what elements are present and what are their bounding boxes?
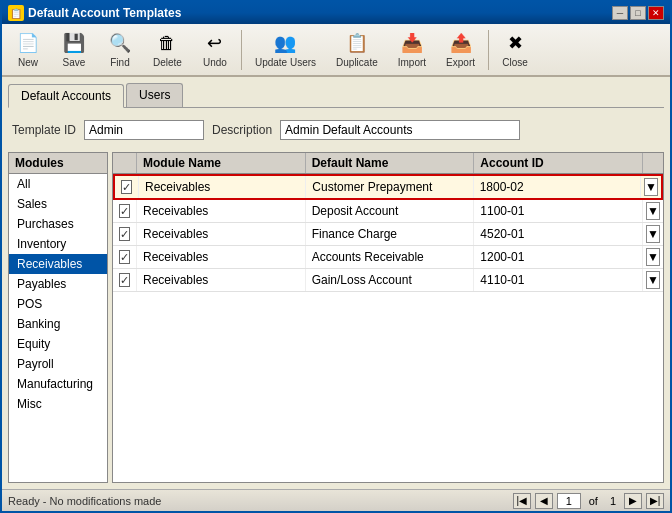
account-dropdown[interactable]: ▼ <box>644 178 658 196</box>
col-default-name: Default Name <box>306 153 475 173</box>
main-area: Modules All Sales Purchases Inventory Re… <box>8 152 664 483</box>
row-dropdown-btn[interactable]: ▼ <box>643 200 663 222</box>
current-page-input[interactable] <box>557 493 581 509</box>
last-page-button[interactable]: ▶| <box>646 493 664 509</box>
dropdown-arrow-icon: ▼ <box>647 273 659 287</box>
description-input[interactable] <box>280 120 520 140</box>
table-body: ✓ Receivables Customer Prepayment 1800-0… <box>113 174 663 482</box>
row-module-name: Receivables <box>137 269 306 291</box>
module-item-all[interactable]: All <box>9 174 107 194</box>
checkbox[interactable]: ✓ <box>121 180 132 194</box>
row-account-id: 4110-01 <box>474 269 643 291</box>
dropdown-arrow-icon: ▼ <box>647 250 659 264</box>
import-label: Import <box>398 57 426 68</box>
row-checkbox[interactable]: ✓ <box>113 200 137 222</box>
title-bar-left: 📋 Default Account Templates <box>8 5 181 21</box>
duplicate-button[interactable]: 📋 Duplicate <box>327 27 387 72</box>
prev-page-button[interactable]: ◀ <box>535 493 553 509</box>
col-module-name: Module Name <box>137 153 306 173</box>
module-item-sales[interactable]: Sales <box>9 194 107 214</box>
duplicate-icon: 📋 <box>345 31 369 55</box>
module-item-banking[interactable]: Banking <box>9 314 107 334</box>
col-dropdown <box>643 153 663 173</box>
row-module-name: Receivables <box>137 246 306 268</box>
first-page-button[interactable]: |◀ <box>513 493 531 509</box>
module-item-misc[interactable]: Misc <box>9 394 107 414</box>
undo-label: Undo <box>203 57 227 68</box>
row-dropdown-btn[interactable]: ▼ <box>643 223 663 245</box>
update-users-button[interactable]: 👥 Update Users <box>246 27 325 72</box>
close-icon: ✖ <box>503 31 527 55</box>
row-account-id: 4520-01 <box>474 223 643 245</box>
tab-users[interactable]: Users <box>126 83 183 107</box>
account-dropdown[interactable]: ▼ <box>646 271 660 289</box>
tab-default-accounts[interactable]: Default Accounts <box>8 84 124 108</box>
dropdown-arrow-icon: ▼ <box>647 204 659 218</box>
row-module-name: Receivables <box>137 223 306 245</box>
module-item-manufacturing[interactable]: Manufacturing <box>9 374 107 394</box>
module-item-receivables[interactable]: Receivables <box>9 254 107 274</box>
row-module-name: Receivables <box>139 176 306 198</box>
table-row[interactable]: ✓ Receivables Accounts Receivable 1200-0… <box>113 246 663 269</box>
row-checkbox[interactable]: ✓ <box>115 176 139 198</box>
status-bar: Ready - No modifications made |◀ ◀ of 1 … <box>2 489 670 511</box>
undo-button[interactable]: ↩ Undo <box>193 27 237 72</box>
pagination: |◀ ◀ of 1 ▶ ▶| <box>513 493 664 509</box>
update-users-icon: 👥 <box>273 31 297 55</box>
save-button[interactable]: 💾 Save <box>52 27 96 72</box>
module-item-payables[interactable]: Payables <box>9 274 107 294</box>
row-dropdown-btn[interactable]: ▼ <box>643 246 663 268</box>
table-row[interactable]: ✓ Receivables Gain/Loss Account 4110-01 … <box>113 269 663 292</box>
close-label: Close <box>502 57 528 68</box>
row-dropdown-btn[interactable]: ▼ <box>643 269 663 291</box>
status-text: Ready - No modifications made <box>8 495 161 507</box>
delete-button[interactable]: 🗑 Delete <box>144 27 191 72</box>
row-checkbox[interactable]: ✓ <box>113 269 137 291</box>
table-row[interactable]: ✓ Receivables Customer Prepayment 1800-0… <box>113 174 663 200</box>
restore-button[interactable]: □ <box>630 6 646 20</box>
find-label: Find <box>110 57 129 68</box>
checkbox[interactable]: ✓ <box>119 227 130 241</box>
form-row: Template ID Description <box>8 114 664 146</box>
module-item-payroll[interactable]: Payroll <box>9 354 107 374</box>
export-label: Export <box>446 57 475 68</box>
find-icon: 🔍 <box>108 31 132 55</box>
window-icon: 📋 <box>8 5 24 21</box>
content-area: Default Accounts Users Template ID Descr… <box>2 77 670 489</box>
find-button[interactable]: 🔍 Find <box>98 27 142 72</box>
table-row[interactable]: ✓ Receivables Deposit Account 1100-01 ▼ <box>113 200 663 223</box>
close-window-button[interactable]: ✕ <box>648 6 664 20</box>
module-item-purchases[interactable]: Purchases <box>9 214 107 234</box>
save-label: Save <box>63 57 86 68</box>
module-item-pos[interactable]: POS <box>9 294 107 314</box>
duplicate-label: Duplicate <box>336 57 378 68</box>
modules-header: Modules <box>9 153 107 174</box>
checkbox[interactable]: ✓ <box>119 204 130 218</box>
minimize-button[interactable]: ─ <box>612 6 628 20</box>
check-mark: ✓ <box>122 181 131 194</box>
checkbox[interactable]: ✓ <box>119 273 130 287</box>
row-checkbox[interactable]: ✓ <box>113 246 137 268</box>
account-dropdown[interactable]: ▼ <box>646 202 660 220</box>
tab-bar: Default Accounts Users <box>8 83 664 108</box>
module-item-equity[interactable]: Equity <box>9 334 107 354</box>
undo-icon: ↩ <box>203 31 227 55</box>
table-header: Module Name Default Name Account ID <box>113 153 663 174</box>
row-checkbox[interactable]: ✓ <box>113 223 137 245</box>
next-page-button[interactable]: ▶ <box>624 493 642 509</box>
table-row[interactable]: ✓ Receivables Finance Charge 4520-01 ▼ <box>113 223 663 246</box>
close-button[interactable]: ✖ Close <box>493 27 537 72</box>
account-dropdown[interactable]: ▼ <box>646 248 660 266</box>
modules-panel: Modules All Sales Purchases Inventory Re… <box>8 152 108 483</box>
template-id-input[interactable] <box>84 120 204 140</box>
checkbox[interactable]: ✓ <box>119 250 130 264</box>
new-button[interactable]: 📄 New <box>6 27 50 72</box>
col-account-id: Account ID <box>474 153 643 173</box>
export-button[interactable]: 📤 Export <box>437 27 484 72</box>
account-dropdown[interactable]: ▼ <box>646 225 660 243</box>
window-title: Default Account Templates <box>28 6 181 20</box>
row-dropdown-btn[interactable]: ▼ <box>641 176 661 198</box>
module-item-inventory[interactable]: Inventory <box>9 234 107 254</box>
import-button[interactable]: 📥 Import <box>389 27 435 72</box>
check-mark: ✓ <box>120 251 129 264</box>
